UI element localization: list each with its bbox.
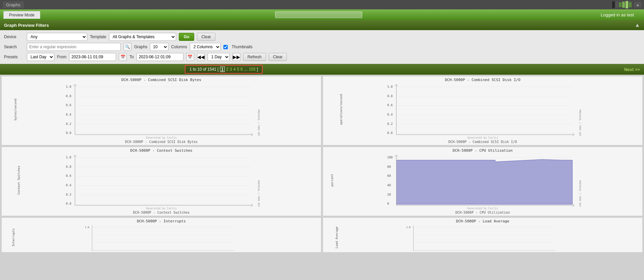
graph-wrap-6: Load Average 1.0 [324,224,641,251]
svg-text:PROTOCOL / TORI DETIKER: PROTOCOL / TORI DETIKER [257,110,260,136]
graph-wrap-1: bytes/second 1.0 0.8 0.6 0.4 0.2 0.0 [3,83,320,136]
columns-select[interactable]: 2 Columns [190,43,221,51]
graph-wrap-2: operations/second 1.0 0.8 0.6 0.4 0.2 0.… [324,83,641,136]
graph-title-6: DCH-5000P - Load Average [324,219,641,223]
y-label-1: bytes/second [14,98,17,120]
graph-caption-2: DCH-5000P - Combined SCSI Disk I/O [324,140,641,144]
svg-text:80: 80 [387,165,391,168]
from-calendar-button[interactable]: 📅 [119,53,127,61]
svg-text:0.8: 0.8 [66,94,71,98]
graph-wrap-3: Context Switches 1.0 0.8 0.6 0.4 0.2 0.0… [3,153,320,207]
logo: ▲ [612,1,641,8]
preview-mode-tab[interactable]: Preview Mode [3,11,40,19]
next-page-button[interactable]: Next >> [624,67,640,72]
svg-text:0.2: 0.2 [66,122,71,126]
svg-text:0.4: 0.4 [66,113,71,116]
search-label: Search [4,45,24,49]
logo-bar-6 [629,2,632,7]
top-icon: ▲ [634,2,641,7]
page-link-2[interactable]: 2 [226,67,228,72]
graph-card-5: DCH-5000P - Interrupts Interrupts 1.0 [1,217,321,253]
logged-in-label: Logged in as test [601,12,641,17]
graph-svg-2: 1.0 0.8 0.6 0.4 0.2 0.0 Sun 06:00 Sun 12… [344,83,619,136]
svg-text:0.8: 0.8 [66,165,71,168]
go-button[interactable]: Go [179,33,195,41]
svg-text:0.0: 0.0 [66,202,71,205]
graphs-label: Graphs [134,45,147,49]
thumbnails-checkbox[interactable] [223,45,228,49]
pagination-bar: 1 to 10 of 1541 [ 1 2 3 4 5 6 ... 155 ] … [0,64,644,75]
device-select[interactable]: Any [27,33,87,41]
graph-svg-3: 1.0 0.8 0.6 0.4 0.2 0.0 Sun 06:00 Sun 12… [23,153,298,207]
search-input[interactable] [27,43,121,51]
presets-select[interactable]: Last Day [27,53,54,61]
pagination-close: ] [257,67,258,72]
template-select[interactable]: All Graphs & Templates [109,33,176,41]
from-date-input[interactable] [69,53,116,61]
graph-card-1: DCH-5000P - Combined SCSI Disk Bytes byt… [1,76,321,145]
generated-3: Generated by Cactis [3,207,320,210]
svg-text:0.0: 0.0 [387,131,393,135]
y-label-3: Context Switches [17,166,20,195]
svg-text:0.2: 0.2 [387,122,393,126]
graph-card-3: DCH-5000P - Context Switches Context Swi… [1,147,321,216]
pagination-text: 1 to 10 of 1541 [ [190,67,219,72]
svg-text:1.0: 1.0 [85,226,89,229]
svg-text:PROTOCOL / TORI DETIKER: PROTOCOL / TORI DETIKER [257,180,260,207]
page-link-1[interactable]: 1 [220,67,225,72]
y-label-2: operations/second [339,94,343,125]
svg-text:40: 40 [387,184,391,187]
graph-card-6: DCH-5000P - Load Average Load Average 1.… [323,217,643,253]
svg-text:0.0: 0.0 [66,131,71,135]
logo-bar-1 [612,1,615,8]
y-label-6: Load Average [335,226,338,248]
graph-wrap-4: percent 100 80 60 40 20 0 Sun [324,153,641,207]
page-link-3[interactable]: 3 [230,67,232,72]
generated-2: Generated by Cactis [324,136,641,139]
prev-nav-button[interactable]: ◀◀ [197,53,205,61]
next-nav-button[interactable]: ▶▶ [232,53,240,61]
filter-row-1: Device Any Template All Graphs & Templat… [4,33,640,41]
to-calendar-button[interactable]: 📅 [186,53,194,61]
device-label: Device [4,34,24,39]
svg-text:PROTOCOL / TORI DETIKER: PROTOCOL / TORI DETIKER [579,110,581,136]
clear-button-1[interactable]: Clear [197,33,215,41]
section-title: Graph Preview Filters [4,23,49,28]
svg-marker-69 [396,159,573,204]
graph-caption-4: DCH-5000P - CPU Utilization [324,211,641,214]
clear-button-2[interactable]: Clear [269,53,287,61]
search-icon-button[interactable]: 🔍 [123,43,131,51]
page-link-155[interactable]: 155 [249,67,256,72]
page-link-5[interactable]: 5 [237,67,239,72]
graph-grid: DCH-5000P - Combined SCSI Disk Bytes byt… [0,75,644,254]
presets-label: Presets [4,55,24,59]
svg-text:0.2: 0.2 [66,193,71,196]
app-title: Graphs [3,1,24,8]
page-ellipsis: ... [244,67,248,72]
svg-text:20: 20 [387,193,391,196]
svg-text:0: 0 [387,202,389,205]
mode-bar: Preview Mode Logged in as test [0,9,644,20]
day-range-select[interactable]: 1 Day [208,53,230,61]
refresh-button[interactable]: Refresh [243,53,266,61]
svg-text:1.0: 1.0 [406,226,411,229]
page-link-6[interactable]: 6 [240,67,243,72]
y-label-5: Interrupts [12,228,15,247]
graph-svg-4: 100 80 60 40 20 0 Sun 06:00 Sun 12:0 [344,153,619,207]
svg-text:0.6: 0.6 [66,174,71,178]
logo-bar-4 [622,2,625,8]
svg-text:0.6: 0.6 [66,103,71,107]
page-link-4[interactable]: 4 [233,67,236,72]
graphs-count-select[interactable]: 10 [150,43,168,51]
svg-text:1.0: 1.0 [66,156,71,159]
mode-search-input[interactable] [275,11,362,18]
svg-text:1.0: 1.0 [66,85,71,88]
from-label: From [57,55,66,59]
section-toggle[interactable]: ▲ [635,22,640,28]
svg-text:0.4: 0.4 [66,184,71,187]
to-date-input[interactable] [137,53,183,61]
svg-text:0.4: 0.4 [387,113,393,116]
svg-text:PROTOCOL / TORI DETIKER: PROTOCOL / TORI DETIKER [579,180,581,207]
to-label: To [129,55,134,59]
y-label-4: percent [330,174,334,187]
